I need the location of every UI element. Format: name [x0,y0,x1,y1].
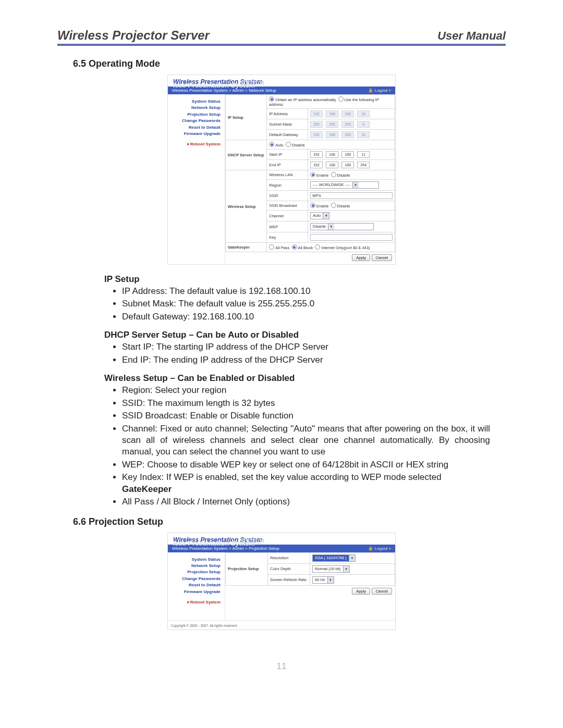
heading-gatekeeper: GateKeeper [122,484,172,494]
ip-octet[interactable]: 168 [326,110,338,117]
section-6-6-heading: 6.6 Projection Setup [73,516,506,527]
select-refresh-rate[interactable]: 60 Hz▼ [312,576,334,584]
endip-octet[interactable]: 100 [341,162,354,168]
radio-internet-only[interactable] [315,244,320,250]
nav-projection-setup[interactable]: Projection Setup [168,112,223,118]
radio-dhcp-disable[interactable] [286,142,291,147]
ip-octet[interactable]: 10 [357,110,370,117]
group-projection: Projection Setup [226,552,268,585]
list-item: Key Index: If WEP is enabled, set the ke… [122,472,490,495]
ip-octet[interactable]: 192 [310,110,323,117]
radio-allblock[interactable] [292,244,297,250]
lock-icon: 🔒 [368,546,373,551]
list-item: Subnet Mask: The default value is 255.25… [122,298,490,310]
list-wireless: Region: Select your region SSID: The max… [109,385,506,508]
select-wep[interactable]: Disable▼ [310,223,374,230]
label-ssid: SSID [267,191,308,201]
apply-button[interactable]: Apply [352,588,370,595]
label-wlan: Wireless LAN [267,170,308,180]
heading-dhcp: DHCP Server Setup – Can be Auto or Disab… [104,330,506,340]
startip-octet[interactable]: 192 [310,151,323,158]
group-gatekeeper: GateKeeper [226,243,267,252]
gw-octet[interactable]: 10 [357,131,370,138]
doc-header: Wireless Projector Server User Manual [57,28,506,46]
page-number: 11 [57,661,506,672]
nav-projection-setup[interactable]: Projection Setup [168,569,223,575]
gw-octet[interactable]: 168 [326,131,338,138]
list-item: WEP: Choose to disable WEP key or select… [122,459,490,471]
endip-octet[interactable]: 254 [357,162,370,168]
list-item: SSID: The maximum length is 32 bytes [122,398,490,409]
network-config-table: IP Setup Obtain an IP address automatica… [225,94,395,252]
nav-network-setup[interactable]: Network Setup [168,105,223,111]
radio-auto-ip[interactable] [269,96,274,102]
brand-area: less Presentation System Wireless Presen… [168,75,395,87]
nav-reset-default[interactable]: Reset to Default [168,582,223,588]
logout-link[interactable]: 🔒Logout » [368,546,391,551]
nav-reboot[interactable]: Reboot System [168,141,223,147]
side-nav: System Status Network Setup Projection S… [168,552,225,620]
select-resolution[interactable]: XGA ( 1024X768 )▼ [312,554,356,562]
radio-static-ip[interactable] [338,96,344,102]
label-color-depth: Color Depth [268,563,310,574]
label-ip-address: IP Address [267,109,308,119]
nav-firmware-upgrade[interactable]: Firmware Upgrade [168,131,223,137]
cancel-button[interactable]: Cancel [372,254,392,261]
nav-firmware-upgrade[interactable]: Firmware Upgrade [168,589,223,595]
nav-network-setup[interactable]: Network Setup [168,563,223,569]
endip-octet[interactable]: 168 [326,162,338,168]
select-color-depth[interactable]: Normal (16 bit)▼ [312,565,350,573]
label-key: Key [267,232,308,243]
startip-octet[interactable]: 168 [326,151,338,158]
heading-ip-setup: IP Setup [104,274,506,285]
nav-change-passwords[interactable]: Change Passwords [168,576,223,582]
label-region: Region [267,180,308,191]
radio-allpass[interactable] [269,244,274,250]
subnet-octet[interactable]: 0 [357,121,370,128]
label-subnet: Subnet Mask [267,119,308,130]
chevron-down-icon: ▼ [343,566,349,572]
nav-system-status[interactable]: System Status [168,557,223,563]
chevron-down-icon: ▼ [328,224,334,230]
select-channel[interactable]: Auto▼ [310,212,329,219]
nav-system-status[interactable]: System Status [168,98,223,105]
list-ip-setup: IP Address: The default value is 192.168… [109,286,506,323]
chevron-down-icon: ▼ [352,182,359,188]
list-item: Region: Select your region [122,385,490,396]
ip-octet[interactable]: 100 [341,110,354,117]
gw-octet[interactable]: 100 [341,131,354,138]
nav-reboot[interactable]: Reboot System [168,599,223,606]
list-item: Start IP: The starting IP address of the… [122,341,490,353]
logout-link[interactable]: 🔒Logout » [368,88,391,93]
side-nav: System Status Network Setup Projection S… [168,94,225,264]
radio-ssidbc-enable[interactable] [310,203,315,208]
nav-change-passwords[interactable]: Change Passwords [168,118,223,124]
radio-dhcp-auto[interactable] [269,142,274,147]
input-key[interactable] [310,234,393,241]
label-refresh-rate: Screen Refresh Rate [268,574,310,585]
screenshot-network-setup: less Presentation System Wireless Presen… [167,75,396,265]
input-ssid[interactable]: WPS [310,192,393,199]
cancel-button[interactable]: Cancel [372,588,392,595]
select-region[interactable]: ---- WORLDWIDE ----▼ [310,181,379,189]
endip-octet[interactable]: 192 [310,162,323,168]
startip-octet[interactable]: 11 [357,151,370,158]
startip-octet[interactable]: 100 [341,151,354,158]
subnet-octet[interactable]: 255 [341,121,354,128]
apply-button[interactable]: Apply [352,254,370,261]
gw-octet[interactable]: 192 [310,131,323,138]
section-6-5-heading: 6.5 Operating Mode [73,58,506,69]
list-item: All Pass / All Block / Internet Only (op… [122,496,490,508]
label-wep: WEP [267,221,308,232]
radio-wlan-disable[interactable] [331,172,336,177]
radio-ssidbc-disable[interactable] [331,203,336,208]
list-item: End IP: The ending IP address of the DHC… [122,354,490,366]
doc-subtitle: User Manual [437,29,506,43]
list-dhcp: Start IP: The starting IP address of the… [109,341,506,366]
nav-reset-default[interactable]: Reset to Default [168,125,223,131]
subnet-octet[interactable]: 255 [326,121,338,128]
subnet-octet[interactable]: 255 [310,121,323,128]
list-item: IP Address: The default value is 192.168… [122,286,490,297]
group-dhcp: DHCP Server Setup [226,140,267,170]
radio-wlan-enable[interactable] [310,172,315,177]
